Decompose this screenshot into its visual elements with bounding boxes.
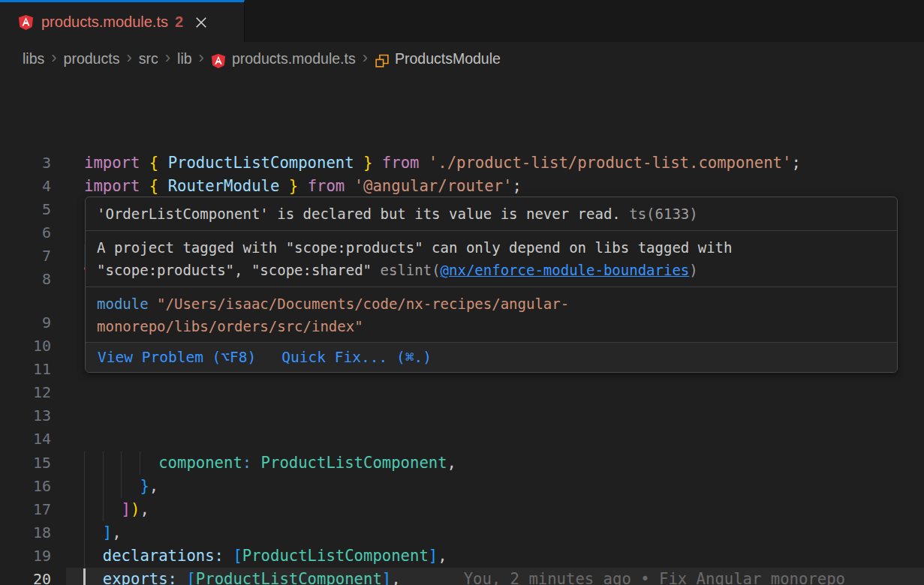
code-token <box>419 154 428 172</box>
code-token: ] <box>429 547 438 565</box>
hover-rows: 'OrderListComponent' is declared but its… <box>86 197 897 343</box>
code-token: import <box>84 177 140 195</box>
code-token <box>84 524 103 542</box>
code-token: './product-list/product-list.component' <box>429 154 792 172</box>
code-line: 12 <box>0 381 924 404</box>
breadcrumb-item-lib[interactable]: lib <box>177 50 192 68</box>
line-number: 5 <box>0 198 51 221</box>
code-token: ] <box>122 500 131 518</box>
code-token: RouterModule <box>168 177 280 195</box>
code-line-text: import { RouterModule } from '@angular/r… <box>84 175 522 198</box>
tab-problem-count-badge: 2 <box>175 14 183 31</box>
line-number: 11 <box>0 358 51 381</box>
code-token: "scope:products", "scope:shared" <box>97 262 381 278</box>
code-token: '@angular/router' <box>354 177 513 195</box>
line-number: 6 <box>0 221 51 244</box>
code-line[interactable]: 19 declarations: [ProductListComponent], <box>0 544 924 568</box>
code-line: 13 <box>0 404 924 428</box>
text-cursor <box>83 568 86 585</box>
code-token: from <box>308 177 345 195</box>
line-number: 8 <box>0 268 51 291</box>
code-token <box>84 454 158 472</box>
error-hover-popup: 'OrderListComponent' is declared but its… <box>85 196 898 373</box>
angular-icon <box>211 53 226 68</box>
code-token <box>251 454 260 472</box>
code-token: ; <box>791 154 800 172</box>
line-number: 9 <box>0 311 51 334</box>
code-token: ; <box>512 177 521 195</box>
line-number: 20 <box>0 568 51 585</box>
code-token: 'OrderListComponent' is declared but its… <box>97 206 621 222</box>
code-token: ProductListComponent <box>242 547 429 565</box>
code-line[interactable]: 18 ], <box>0 521 924 544</box>
breadcrumb-item-libs[interactable]: libs <box>23 50 44 68</box>
code-token: eslint( <box>381 262 441 278</box>
line-number: 3 <box>0 152 51 175</box>
ts-error-message: 'OrderListComponent' is declared but its… <box>86 197 897 231</box>
tab-products-module[interactable]: products.module.ts 2 <box>0 0 245 42</box>
breadcrumb-item-src[interactable]: src <box>139 50 158 68</box>
tab-bar: products.module.ts 2 <box>0 0 924 42</box>
line-number: 4 <box>0 175 51 198</box>
code-line-text: exports: [ProductListComponent],You, 2 m… <box>84 568 845 585</box>
code-line-text: component: ProductListComponent, <box>84 452 456 475</box>
chevron-right-icon: › <box>51 48 56 68</box>
line-number: 16 <box>0 475 51 498</box>
code-token: ProductListComponent <box>196 570 382 585</box>
breadcrumb-item-products[interactable]: products <box>64 50 120 68</box>
code-line[interactable]: 17 ]), <box>0 498 924 521</box>
code-token <box>84 477 140 495</box>
code-token: [ <box>186 570 195 585</box>
class-symbol-icon <box>375 53 390 68</box>
line-number: 17 <box>0 498 51 521</box>
code-token: ] <box>103 524 112 542</box>
git-blame-annotation: You, 2 minutes ago • Fix Angular monorep… <box>464 570 845 585</box>
line-number: 15 <box>0 452 51 475</box>
code-line[interactable]: 4import { RouterModule } from '@angular/… <box>0 175 924 198</box>
hover-text-line: A project tagged with "scope:products" c… <box>97 236 886 259</box>
code-line[interactable]: 3import { ProductListComponent } from '.… <box>0 152 924 175</box>
angular-icon <box>18 14 34 30</box>
code-token: } <box>279 177 298 195</box>
code-token: A project tagged with "scope:products" c… <box>97 239 732 256</box>
code-line[interactable]: 16 }, <box>0 475 924 498</box>
code-token: ] <box>382 570 391 585</box>
close-icon[interactable] <box>195 16 207 28</box>
code-token: module <box>97 296 149 312</box>
quick-fix-button[interactable]: Quick Fix... (⌘.) <box>281 349 432 366</box>
code-line-text: declarations: [ProductListComponent], <box>84 544 447 568</box>
breadcrumb-item-symbol[interactable]: ProductsModule <box>395 50 501 68</box>
chevron-right-icon: › <box>199 48 204 68</box>
code-token <box>177 570 186 585</box>
module-path-message: module "/Users/isaac/Documents/code/nx-r… <box>86 287 897 343</box>
code-token: ) <box>131 500 140 518</box>
breadcrumb: libs › products › src › lib › products.m… <box>0 42 924 75</box>
code-token: , <box>391 570 400 585</box>
hover-status-bar: View Problem (⌥F8) Quick Fix... (⌘.) <box>86 343 897 372</box>
code-token: { <box>149 154 168 172</box>
code-token: "/Users/isaac/Documents/code/nx-recipes/… <box>149 296 570 312</box>
hover-text-line: "scope:products", "scope:shared" eslint(… <box>97 259 886 281</box>
line-number: 7 <box>0 244 51 268</box>
code-token: declarations: <box>103 547 224 565</box>
eslint-rule-link[interactable]: @nx/enforce-module-boundaries <box>441 262 690 278</box>
code-token <box>372 154 381 172</box>
code-line[interactable]: 20 exports: [ProductListComponent],You, … <box>0 568 924 585</box>
code-token: monorepo/libs/orders/src/index" <box>97 318 363 334</box>
code-token: : <box>242 454 251 472</box>
line-number: 13 <box>0 404 51 428</box>
code-token: , <box>140 500 149 518</box>
hover-text-line: monorepo/libs/orders/src/index" <box>97 315 886 338</box>
code-token: exports: <box>103 570 177 585</box>
code-line[interactable]: 15 component: ProductListComponent, <box>0 452 924 475</box>
breadcrumb-item-file[interactable]: products.module.ts <box>232 50 356 68</box>
code-token <box>84 500 122 518</box>
view-problem-button[interactable]: View Problem (⌥F8) <box>98 349 256 366</box>
code-token: ProductListComponent <box>261 454 447 472</box>
code-token: } <box>140 477 149 495</box>
chevron-right-icon: › <box>165 48 170 68</box>
code-token <box>140 154 149 172</box>
line-number: 12 <box>0 381 51 404</box>
code-token: { <box>149 177 168 195</box>
code-line-text: import { ProductListComponent } from './… <box>84 152 801 175</box>
